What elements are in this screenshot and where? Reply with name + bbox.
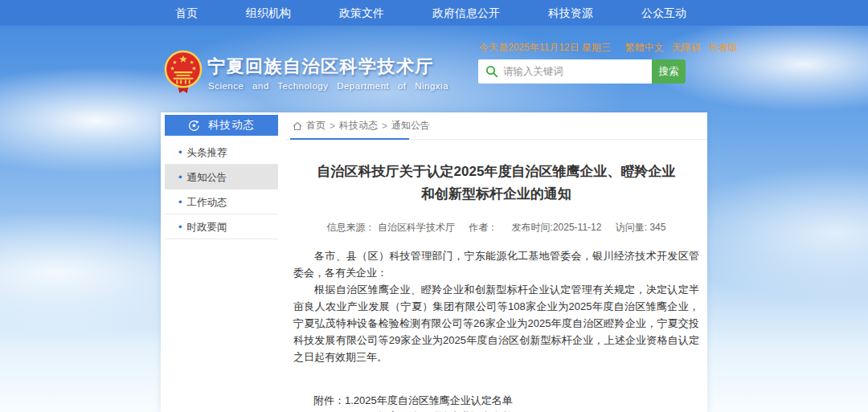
search-icon bbox=[485, 65, 498, 78]
attachment-link-1[interactable]: 1.2025年度自治区雏鹰企业认定名单 bbox=[345, 393, 544, 409]
sidebar-title: 科技动态 bbox=[208, 118, 255, 133]
breadcrumb-separator: > bbox=[382, 120, 387, 132]
top-nav: 首页 组织机构 政策文件 政府信息公开 科技资源 公众互动 bbox=[0, 0, 868, 26]
sidebar-item-label: 通知公告 bbox=[187, 172, 227, 183]
article-title-line1: 自治区科技厅关于认定2025年度自治区雏鹰企业、瞪羚企业 bbox=[285, 161, 707, 183]
link-traditional-chinese[interactable]: 繁體中文 bbox=[625, 41, 664, 55]
article-paragraph: 各市、县（区）科技管理部门，宁东能源化工基地管委会，银川经济技术开发区管委会，各… bbox=[293, 247, 699, 281]
search-bar: 搜索 bbox=[478, 59, 686, 84]
breadcrumb-home[interactable]: 首页 bbox=[306, 119, 326, 133]
attachment-link-2[interactable]: 2.2025年度自治区瞪羚企业认定名单 bbox=[345, 409, 544, 412]
link-elder-version[interactable]: 长者版 bbox=[709, 41, 738, 55]
sidebar: 科技动态 •头条推荐 •通知公告 •工作动态 •时政要闻 bbox=[165, 115, 278, 239]
article-title-line2: 和创新型标杆企业的通知 bbox=[285, 183, 707, 206]
sidebar-header: 科技动态 bbox=[165, 115, 278, 136]
nav-item-policy-documents[interactable]: 政策文件 bbox=[334, 0, 389, 26]
sidebar-item-notices[interactable]: •通知公告 bbox=[165, 165, 278, 190]
article-paragraph: 根据自治区雏鹰企业、瞪羚企业和创新型标杆企业认定管理有关规定，决定认定半亩良人农… bbox=[293, 281, 699, 365]
breadcrumb: 首页 > 科技动态 > 通知公告 bbox=[285, 112, 707, 139]
sidebar-item-headlines[interactable]: •头条推荐 bbox=[165, 140, 278, 165]
nav-item-home[interactable]: 首页 bbox=[170, 0, 203, 26]
home-icon bbox=[293, 121, 302, 131]
meta-visit-count: 访问量: 345 bbox=[616, 222, 666, 233]
breadcrumb-current: 通知公告 bbox=[391, 119, 430, 133]
article-body: 各市、县（区）科技管理部门，宁东能源化工基地管委会，银川经济技术开发区管委会，各… bbox=[293, 247, 699, 365]
article-panel: 首页 > 科技动态 > 通知公告 自治区科技厅关于认定2025年度自治区雏鹰企业… bbox=[285, 112, 707, 412]
search-button[interactable]: 搜索 bbox=[652, 59, 686, 84]
bullet-icon: • bbox=[178, 146, 182, 158]
attachments-list: 1.2025年度自治区雏鹰企业认定名单 2.2025年度自治区瞪羚企业认定名单 … bbox=[345, 393, 544, 412]
sidebar-item-work-updates[interactable]: •工作动态 bbox=[165, 190, 278, 214]
attachments-label: 附件： bbox=[313, 393, 345, 412]
nav-item-public-interaction[interactable]: 公众互动 bbox=[637, 0, 691, 26]
nav-item-gov-info-disclosure[interactable]: 政府信息公开 bbox=[428, 0, 505, 26]
china-national-emblem-logo bbox=[164, 49, 203, 96]
bullet-icon: • bbox=[178, 221, 182, 233]
sidebar-item-label: 头条推荐 bbox=[187, 147, 227, 158]
sidebar-menu: •头条推荐 •通知公告 •工作动态 •时政要闻 bbox=[165, 136, 278, 239]
content-wrapper: 科技动态 •头条推荐 •通知公告 •工作动态 •时政要闻 首页 > 科技动态 bbox=[161, 112, 707, 412]
site-title: 宁夏回族自治区科学技术厅 bbox=[207, 55, 434, 79]
nav-item-organization[interactable]: 组织机构 bbox=[241, 0, 296, 26]
sidebar-item-label: 工作动态 bbox=[187, 197, 227, 208]
sidebar-item-label: 时政要闻 bbox=[187, 222, 227, 233]
attachments-block: 附件： 1.2025年度自治区雏鹰企业认定名单 2.2025年度自治区瞪羚企业认… bbox=[313, 393, 707, 412]
bullet-icon: • bbox=[178, 196, 182, 208]
search-input[interactable] bbox=[503, 66, 652, 77]
breadcrumb-sci-tech-news[interactable]: 科技动态 bbox=[339, 119, 378, 133]
top-nav-items: 首页 组织机构 政策文件 政府信息公开 科技资源 公众互动 bbox=[170, 0, 691, 26]
meta-author: 作者： bbox=[469, 222, 497, 233]
current-date-text: 今天是2025年11月12日 星期三 bbox=[479, 41, 611, 55]
meta-publish-time: 发布时间:2025-11-12 bbox=[512, 222, 602, 233]
site-subtitle: Science and Technology Department of Nin… bbox=[208, 81, 448, 91]
breadcrumb-underline bbox=[290, 138, 409, 140]
meta-source: 信息来源： 自治区科学技术厅 bbox=[327, 222, 455, 233]
nav-item-sci-tech-resources[interactable]: 科技资源 bbox=[543, 0, 598, 26]
bullet-icon: • bbox=[178, 171, 182, 183]
link-accessibility[interactable]: 无障碍 bbox=[672, 41, 701, 55]
sidebar-item-current-politics[interactable]: •时政要闻 bbox=[165, 214, 278, 239]
article-title: 自治区科技厅关于认定2025年度自治区雏鹰企业、瞪羚企业 和创新型标杆企业的通知 bbox=[285, 161, 707, 206]
breadcrumb-separator: > bbox=[330, 120, 335, 132]
header-utility-bar: 今天是2025年11月12日 星期三 繁體中文 无障碍 长者版 bbox=[479, 41, 704, 55]
star-circle-arrow-icon bbox=[188, 120, 200, 132]
article-meta: 信息来源： 自治区科学技术厅 作者： 发布时间:2025-11-12 访问量: … bbox=[285, 221, 707, 235]
breadcrumb-divider bbox=[285, 139, 707, 140]
